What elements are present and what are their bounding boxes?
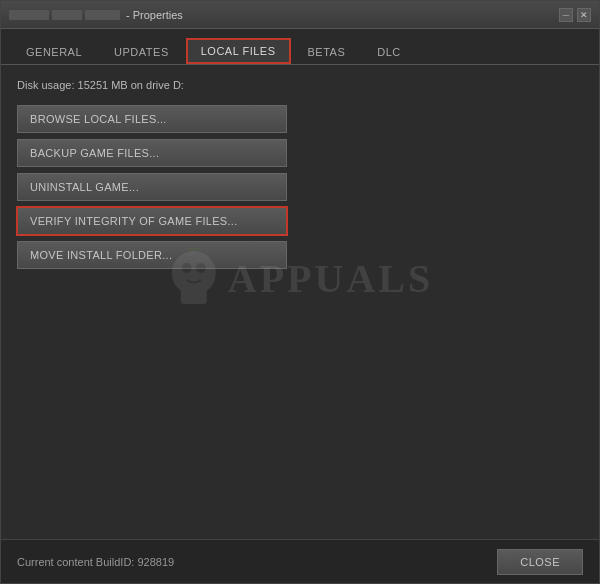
tab-local-files[interactable]: LOCAL FILES: [186, 38, 291, 64]
backup-game-files-button[interactable]: BACKUP GAME FILES...: [17, 139, 287, 167]
close-button[interactable]: CLOSE: [497, 549, 583, 575]
title-bar-left: - Properties: [9, 9, 183, 21]
window-title: - Properties: [126, 9, 183, 21]
title-bar-controls: ─ ✕: [559, 8, 591, 22]
move-install-folder-button[interactable]: MOVE INSTALL FOLDER...: [17, 241, 287, 269]
svg-rect-1: [181, 286, 207, 304]
tab-bar: GENERAL UPDATES LOCAL FILES BETAS DLC: [1, 29, 599, 65]
browse-local-files-button[interactable]: BROWSE LOCAL FILES...: [17, 105, 287, 133]
footer: Current content BuildID: 928819 CLOSE: [1, 539, 599, 583]
close-window-button[interactable]: ✕: [577, 8, 591, 22]
tab-dlc[interactable]: DLC: [362, 39, 416, 64]
tab-betas[interactable]: BETAS: [293, 39, 361, 64]
verify-integrity-button[interactable]: VERIFY INTEGRITY OF GAME FILES...: [17, 207, 287, 235]
title-bar: - Properties ─ ✕: [1, 1, 599, 29]
disk-usage-label: Disk usage: 15251 MB on drive D:: [17, 79, 583, 91]
uninstall-game-button[interactable]: UNINSTALL GAME...: [17, 173, 287, 201]
minimize-button[interactable]: ─: [559, 8, 573, 22]
tab-general[interactable]: GENERAL: [11, 39, 97, 64]
action-buttons-area: BROWSE LOCAL FILES... BACKUP GAME FILES.…: [17, 105, 287, 269]
tab-updates[interactable]: UPDATES: [99, 39, 184, 64]
content-area: Disk usage: 15251 MB on drive D: BROWSE …: [1, 65, 599, 539]
build-id-label: Current content BuildID: 928819: [17, 556, 174, 568]
properties-window: - Properties ─ ✕ GENERAL UPDATES LOCAL F…: [0, 0, 600, 584]
